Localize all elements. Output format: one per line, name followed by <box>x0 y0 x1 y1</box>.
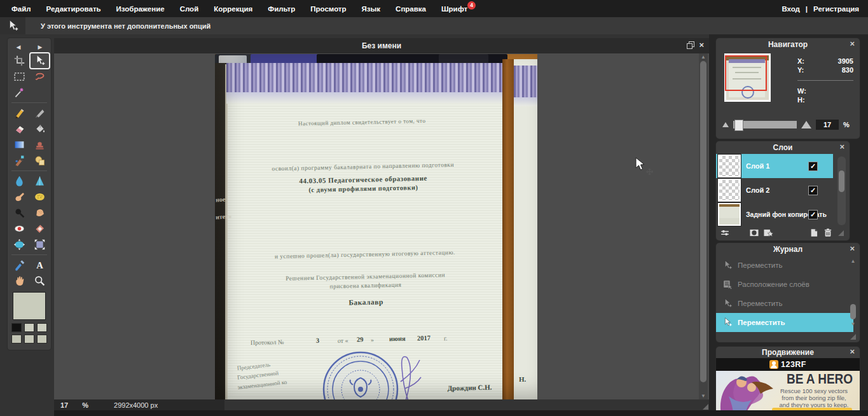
tool-dodge[interactable] <box>31 205 49 220</box>
promo-close-icon[interactable]: × <box>850 347 855 356</box>
menu-edit[interactable]: Редактировать <box>46 5 101 13</box>
document-title-bar[interactable]: Без имени × <box>54 38 709 53</box>
tool-transform-rect[interactable] <box>31 237 49 252</box>
new-layer-icon[interactable] <box>809 228 819 238</box>
menu-language[interactable]: Язык <box>362 5 381 13</box>
history-scroll-down-icon[interactable]: ▼ <box>849 321 857 327</box>
zoom-out-mountain-icon[interactable] <box>722 122 729 127</box>
color-swatch[interactable] <box>37 323 47 332</box>
register-link[interactable]: Регистрация <box>813 5 859 13</box>
tool-transform-ellipse[interactable] <box>10 237 29 252</box>
layers-scrollbar-thumb[interactable] <box>839 170 844 192</box>
layers-scrollbar[interactable] <box>837 156 846 225</box>
close-document-icon[interactable]: × <box>699 41 704 49</box>
tool-lasso[interactable] <box>31 69 49 84</box>
zoom-value-input[interactable]: 17 <box>816 120 839 130</box>
canvas-vertical-scrollbar[interactable]: ▲ ▼ <box>699 53 708 399</box>
layer-visibility-checkbox[interactable]: ✓ <box>808 162 818 171</box>
history-scrollbar-thumb[interactable] <box>850 304 856 319</box>
color-swatch[interactable] <box>24 323 34 332</box>
restore-window-icon[interactable] <box>687 41 694 48</box>
advert-banner[interactable]: BE A HERO Rescue 100 sexy vectors from t… <box>716 371 860 416</box>
tool-blur[interactable] <box>10 174 29 188</box>
menu-font[interactable]: Шрифт4 <box>441 5 467 13</box>
layer-settings-icon[interactable] <box>720 228 730 238</box>
tool-razor[interactable] <box>31 106 49 120</box>
navigator-thumbnail[interactable] <box>724 53 771 102</box>
color-swatch[interactable] <box>11 335 22 343</box>
tool-fill[interactable] <box>31 121 49 136</box>
tool-move[interactable] <box>31 53 49 68</box>
layers-close-icon[interactable]: × <box>839 142 844 151</box>
color-swatch[interactable] <box>37 335 47 343</box>
layer-visibility-checkbox[interactable]: ✓ <box>808 186 818 195</box>
menu-view[interactable]: Просмотр <box>310 5 346 13</box>
scroll-up-icon[interactable]: ▲ <box>699 54 708 60</box>
tool-burn[interactable] <box>10 205 29 220</box>
tool-color-brush[interactable] <box>10 153 29 168</box>
delete-layer-icon[interactable] <box>823 228 833 238</box>
color-swatch[interactable] <box>24 335 34 343</box>
history-item[interactable]: Переместить <box>716 256 860 275</box>
layer-row[interactable]: Слой 1 ✓ <box>716 154 833 178</box>
layers-panel: Слои × Слой 1 ✓ Слой 2 ✓ Задний фон копи… <box>716 141 850 240</box>
tool-sponge[interactable] <box>31 190 49 204</box>
login-link[interactable]: Вход <box>782 5 799 13</box>
navigator-view-rect[interactable] <box>725 55 767 91</box>
window-resize-handle[interactable] <box>703 404 708 410</box>
zoom-slider-handle[interactable] <box>734 120 743 131</box>
zoom-slider[interactable] <box>733 121 797 128</box>
menu-file[interactable]: Файл <box>11 5 31 13</box>
scrollbar-thumb[interactable] <box>700 61 706 382</box>
tool-crop[interactable] <box>10 53 29 68</box>
history-item-active[interactable]: Переместить <box>716 313 853 332</box>
palette-prev-arrow[interactable]: ◀ <box>17 44 21 50</box>
color-swatch[interactable] <box>11 323 22 332</box>
navigator-header[interactable]: Навигатор × <box>716 38 860 51</box>
zoom-in-mountain-icon[interactable] <box>801 121 811 128</box>
layer-styles-icon[interactable] <box>763 228 773 238</box>
tool-smudge[interactable] <box>10 190 29 204</box>
menu-layer[interactable]: Слой <box>180 5 199 13</box>
layer-row[interactable]: Слой 2 ✓ <box>716 178 833 202</box>
canvas-status-bar: 17 % 2992x4000 px <box>54 399 709 410</box>
menu-filter[interactable]: Фильтр <box>268 5 295 13</box>
palette-next-arrow[interactable]: ▶ <box>38 44 43 50</box>
tool-magic-wand[interactable] <box>10 85 29 100</box>
history-close-icon[interactable]: × <box>850 244 855 253</box>
tool-heal[interactable] <box>31 221 49 236</box>
status-zoom-value[interactable]: 17 <box>60 401 68 409</box>
tool-stamp[interactable] <box>31 137 49 152</box>
layer-row[interactable]: Задний фон копировать ✓ <box>716 202 833 226</box>
tool-hand[interactable] <box>10 274 29 288</box>
foreground-color-swatch[interactable] <box>13 292 46 320</box>
history-item[interactable]: Расположение слоёв <box>716 275 860 294</box>
tool-zoom[interactable] <box>31 274 49 288</box>
tool-eyedropper[interactable] <box>10 258 29 272</box>
layer-visibility-checkbox[interactable]: ✓ <box>808 210 818 219</box>
history-header[interactable]: Журнал × <box>716 243 860 256</box>
tool-sharpen[interactable] <box>31 174 49 188</box>
tool-text[interactable] <box>31 258 49 272</box>
history-resize-handle[interactable] <box>850 334 856 340</box>
tool-eraser[interactable] <box>10 121 29 136</box>
promo-header[interactable]: Продвижение × <box>716 347 860 358</box>
layers-resize-handle[interactable] <box>838 230 844 236</box>
scroll-down-icon[interactable]: ▼ <box>699 393 708 399</box>
layer-mask-icon[interactable] <box>749 228 759 238</box>
tool-pencil[interactable] <box>10 106 29 120</box>
tool-shapes[interactable] <box>31 153 49 168</box>
navigator-close-icon[interactable]: × <box>850 39 855 48</box>
layers-header[interactable]: Слои × <box>716 141 850 154</box>
history-scrollbar[interactable]: ▲ ▼ <box>849 258 857 327</box>
menu-help[interactable]: Справка <box>396 5 426 13</box>
history-item[interactable]: Переместить <box>716 294 860 313</box>
menu-adjust[interactable]: Коррекция <box>214 5 252 13</box>
tool-red-eye[interactable] <box>10 221 29 236</box>
diploma-photo[interactable]: ное итет» Настоящий диплом свидетельству… <box>215 54 537 399</box>
menu-image[interactable]: Изображение <box>116 5 165 13</box>
tool-gradient[interactable] <box>10 137 29 152</box>
history-scroll-up-icon[interactable]: ▲ <box>849 258 857 264</box>
tool-marquee[interactable] <box>10 69 29 84</box>
canvas-area[interactable]: ное итет» Настоящий диплом свидетельству… <box>54 53 709 399</box>
